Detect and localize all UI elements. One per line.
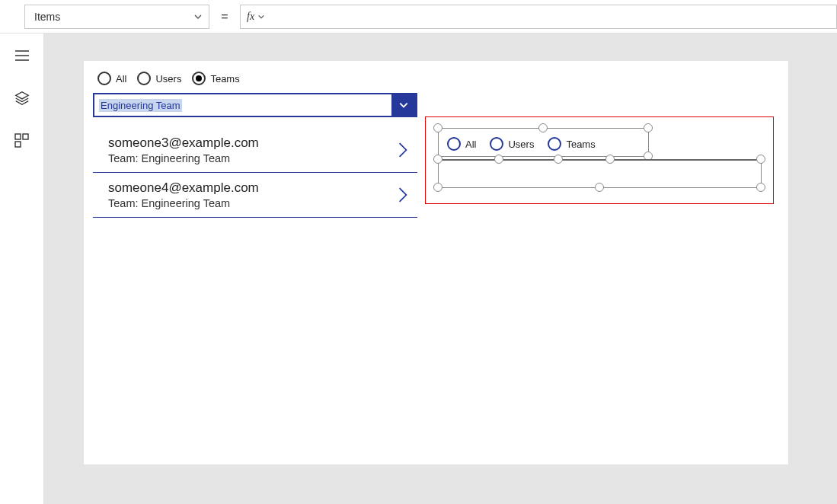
radio-all[interactable]: All	[97, 72, 126, 85]
radio-users[interactable]: Users	[490, 137, 534, 151]
radio-circle-icon	[192, 72, 206, 85]
list-item[interactable]: someone3@example.com Team: Engineering T…	[93, 128, 417, 173]
radio-circle-icon	[490, 137, 503, 151]
list-item[interactable]: someone4@example.com Team: Engineering T…	[93, 173, 417, 218]
resize-handle-icon[interactable]	[756, 155, 765, 164]
svg-rect-1	[23, 134, 28, 139]
radio-circle-icon	[447, 137, 461, 151]
list-item-text: someone3@example.com Team: Engineering T…	[108, 136, 259, 164]
radio-label: Teams	[210, 73, 239, 85]
list-item-secondary: Team: Engineering Team	[108, 152, 259, 164]
radio-label: All	[465, 139, 476, 150]
team-dropdown[interactable]: Engineering Team	[93, 93, 417, 117]
team-dropdown-value: Engineering Team	[94, 94, 391, 116]
resize-handle-icon[interactable]	[595, 183, 604, 192]
group-border	[438, 156, 648, 157]
resize-handle-icon[interactable]	[554, 155, 563, 164]
radio-circle-icon	[137, 72, 151, 85]
layers-icon[interactable]	[14, 90, 30, 107]
chevron-down-icon	[193, 12, 203, 21]
team-dropdown-value-text: Engineering Team	[99, 99, 182, 112]
left-app-column: All Users Teams Engineering Team	[93, 70, 417, 218]
radio-label: Users	[508, 139, 534, 150]
list-item-secondary: Team: Engineering Team	[108, 197, 259, 209]
canvas-area: All Users Teams Engineering Team	[44, 33, 837, 504]
resize-handle-icon[interactable]	[605, 155, 615, 164]
chevron-down-icon	[257, 13, 265, 21]
property-dropdown[interactable]: Items	[24, 5, 209, 29]
radio-label: Users	[155, 73, 181, 85]
filter-radio-group-preview[interactable]: All Users Teams	[447, 137, 596, 151]
resize-handle-icon[interactable]	[433, 183, 442, 192]
selected-control-outline[interactable]: All Users Teams	[425, 116, 774, 204]
radio-teams[interactable]: Teams	[548, 137, 595, 151]
resize-handle-icon[interactable]	[538, 123, 548, 132]
resize-handle-icon[interactable]	[433, 155, 442, 164]
hamburger-icon[interactable]	[14, 47, 30, 64]
radio-label: Teams	[566, 139, 595, 150]
radio-circle-icon	[548, 137, 561, 151]
components-icon[interactable]	[14, 132, 30, 149]
list-item-text: someone4@example.com Team: Engineering T…	[108, 180, 259, 209]
app-canvas[interactable]: All Users Teams Engineering Team	[84, 61, 788, 464]
radio-circle-icon	[97, 72, 111, 85]
resize-handle-icon[interactable]	[644, 123, 653, 132]
formula-input[interactable]	[271, 5, 837, 29]
resize-handle-icon[interactable]	[433, 123, 442, 132]
svg-rect-2	[15, 142, 21, 147]
fx-button[interactable]: fx	[240, 5, 271, 29]
chevron-right-icon	[393, 142, 413, 158]
equals-label: =	[209, 10, 240, 24]
team-dropdown-button[interactable]	[391, 94, 416, 116]
filter-radio-group-left[interactable]: All Users Teams	[93, 70, 417, 93]
group-border	[438, 159, 761, 161]
property-dropdown-label: Items	[34, 11, 60, 23]
radio-users[interactable]: Users	[137, 72, 181, 85]
fx-label: fx	[247, 11, 254, 23]
chevron-down-icon	[398, 100, 409, 110]
radio-teams[interactable]: Teams	[192, 72, 239, 85]
left-rail	[0, 33, 44, 504]
formula-bar: Items = fx	[0, 0, 837, 33]
list-item-primary: someone4@example.com	[108, 180, 259, 196]
chevron-right-icon	[393, 187, 413, 203]
svg-rect-0	[15, 134, 21, 139]
list-item-primary: someone3@example.com	[108, 136, 259, 151]
body: All Users Teams Engineering Team	[0, 33, 837, 504]
radio-label: All	[116, 73, 126, 85]
resize-handle-icon[interactable]	[756, 183, 765, 192]
radio-all[interactable]: All	[447, 137, 476, 151]
resize-handle-icon[interactable]	[494, 155, 503, 164]
